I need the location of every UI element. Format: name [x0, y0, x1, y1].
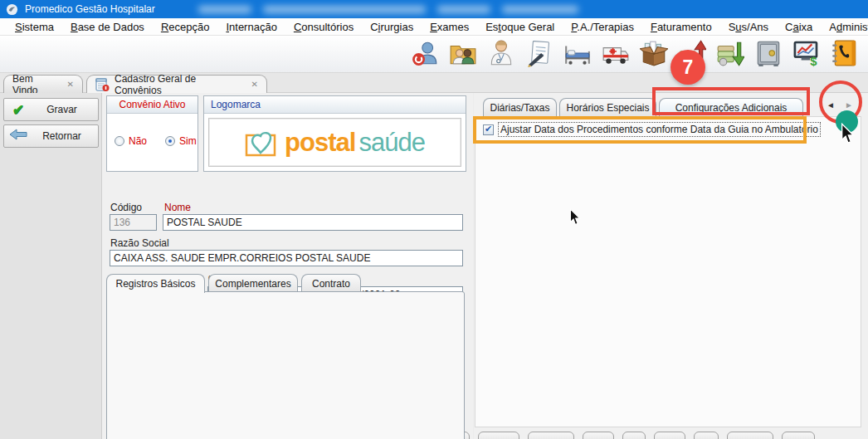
- orange-highlight-rectangle: [473, 116, 807, 144]
- arrow-left-icon: [4, 128, 32, 144]
- radio-sim[interactable]: Sim: [165, 135, 197, 147]
- redacted-version-info: [198, 6, 578, 13]
- bottom-tab-stub[interactable]: [727, 432, 773, 439]
- mouse-cursor: [569, 208, 581, 226]
- logomarca-group: Logomarca postalsaúde: [203, 95, 466, 172]
- convenio-form-panel: Convênio Ativo Não Sim Logomarca pos: [102, 93, 473, 439]
- tab-bem-vindo[interactable]: Bem Vindo ✕: [3, 75, 83, 93]
- radio-icon: [115, 136, 124, 146]
- menu-item-sus-ans[interactable]: Sus/Ans: [720, 21, 777, 33]
- menu-item-recep-o[interactable]: Recepção: [153, 21, 218, 33]
- postal-saude-logo: postalsaúde: [208, 118, 461, 167]
- phone-book-icon[interactable]: [829, 39, 860, 70]
- gravar-button[interactable]: ✔ Gravar: [3, 98, 99, 121]
- convenio-ativo-title: Convênio Ativo: [107, 96, 197, 114]
- check-icon: ✔: [4, 101, 32, 119]
- title-bar: Promedico Gestão Hospitalar: [0, 0, 868, 18]
- convenio-doc-icon: [95, 78, 110, 91]
- contract-icon[interactable]: [524, 39, 554, 70]
- menu-item-exames[interactable]: Exames: [422, 21, 477, 33]
- left-sidebar: ✔ Gravar Retornar: [0, 93, 102, 439]
- bottom-tab-stub[interactable]: [782, 432, 815, 439]
- tab-complementares[interactable]: Complementares: [208, 274, 298, 292]
- menu-item-faturamento[interactable]: Faturamento: [642, 21, 720, 33]
- hospital-bed-icon[interactable]: [562, 39, 592, 70]
- menu-item-cirurgias[interactable]: Cirurgias: [362, 21, 422, 33]
- brand-postal: postal: [285, 128, 355, 158]
- retornar-button[interactable]: Retornar: [3, 124, 99, 148]
- convenio-ativo-group: Convênio Ativo Não Sim: [106, 95, 198, 172]
- window-title: Promedico Gestão Hospitalar: [25, 3, 155, 15]
- tab-registros-basicos[interactable]: Registros Básicos: [106, 274, 205, 293]
- tab-horarios-especiais[interactable]: Horários Especiais: [559, 98, 656, 116]
- menu-item-interna-o[interactable]: Internação: [217, 21, 285, 33]
- step-7-badge: 7: [671, 50, 705, 85]
- tab-diarias-taxas[interactable]: Diárias/Taxas: [483, 98, 557, 116]
- tab-contrato[interactable]: Contrato: [301, 274, 361, 292]
- svg-text:$: $: [810, 54, 817, 66]
- menu-item-caixa[interactable]: Caixa: [777, 21, 821, 33]
- bottom-tab-stub[interactable]: [528, 432, 574, 439]
- config-adicionais-content: [475, 116, 861, 427]
- safe-icon[interactable]: [753, 39, 783, 70]
- cash-down-icon[interactable]: [714, 39, 745, 70]
- envelope-heart-icon: [245, 129, 281, 157]
- bottom-tab-stub[interactable]: [583, 432, 614, 439]
- close-icon[interactable]: ✕: [251, 80, 258, 89]
- doctor-icon[interactable]: [485, 39, 516, 70]
- logomarca-title: Logomarca: [204, 96, 466, 114]
- menu-item-base-de-dados[interactable]: Base de Dados: [62, 21, 153, 33]
- radio-icon: [165, 136, 175, 146]
- finance-chart-icon[interactable]: $: [791, 39, 822, 70]
- menu-item-estoque-geral[interactable]: Estoque Geral: [477, 21, 563, 33]
- bottom-tab-stub[interactable]: [694, 432, 719, 439]
- stock-box-icon[interactable]: [638, 39, 669, 70]
- red-highlight-rectangle: [652, 87, 810, 115]
- close-icon[interactable]: ✕: [67, 80, 74, 89]
- registros-basicos-content: [106, 291, 465, 439]
- menu-item-consult-rios[interactable]: Consultórios: [285, 21, 362, 33]
- ambulance-icon[interactable]: [600, 39, 631, 70]
- bottom-tab-stub[interactable]: [478, 432, 519, 439]
- razao-social-input[interactable]: [110, 250, 463, 266]
- codigo-input: [110, 214, 157, 231]
- brand-saude: saúde: [358, 128, 424, 158]
- toolbar: $: [0, 36, 868, 73]
- bottom-tab-stub[interactable]: [622, 432, 646, 439]
- annotation-cursor: [841, 123, 855, 144]
- tab-cadastro-convenios[interactable]: Cadastro Geral de Convênios ✕: [86, 75, 267, 93]
- tab-label: Cadastro Geral de Convênios: [115, 73, 245, 96]
- codigo-label: Código: [110, 202, 142, 213]
- nome-label: Nome: [164, 202, 191, 213]
- menu-item-sistema[interactable]: Sistema: [7, 21, 62, 33]
- menu-bar: SistemaBase de DadosRecepçãoInternaçãoCo…: [0, 18, 868, 36]
- razao-social-label: Razão Social: [110, 237, 169, 249]
- radio-nao[interactable]: Não: [115, 135, 147, 147]
- right-config-panel: Diárias/Taxas Horários Especiais Configu…: [474, 93, 868, 439]
- application-window: Promedico Gestão Hospitalar SistemaBase …: [0, 0, 868, 439]
- user-sync-icon[interactable]: [409, 39, 440, 70]
- menu-item-p-a-terapias[interactable]: P.A./Terapias: [563, 21, 642, 33]
- nome-input[interactable]: [163, 214, 463, 231]
- bottom-tab-stub[interactable]: [654, 432, 685, 439]
- patients-folder-icon[interactable]: [447, 39, 478, 70]
- app-icon: [6, 3, 18, 16]
- menu-item-administra-o[interactable]: Administração: [821, 21, 868, 33]
